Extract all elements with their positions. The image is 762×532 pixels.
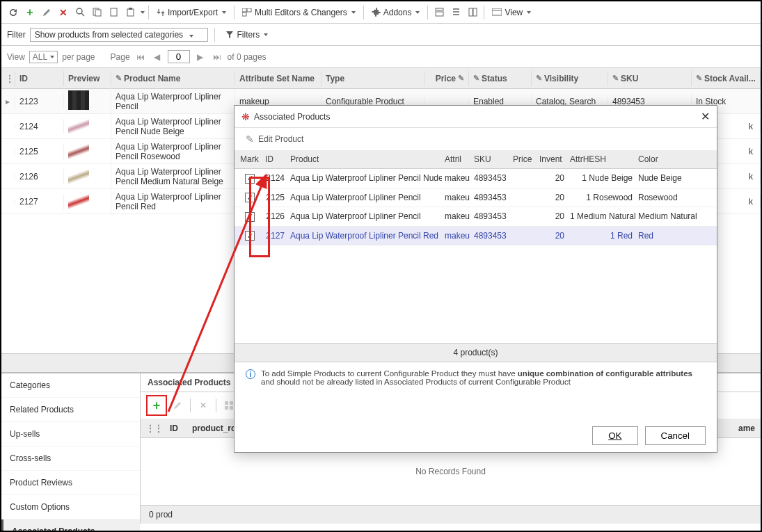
col-sku[interactable]: ✎SKU xyxy=(608,71,692,86)
delete-icon[interactable]: ✕ xyxy=(56,5,71,20)
tab-categories[interactable]: Categories xyxy=(1,373,140,398)
dialog-grid-header: Mark ID Product Attril SKU Price Invent … xyxy=(235,150,717,169)
multi-editors-dropdown[interactable]: Multi Editors & Changers xyxy=(238,6,360,19)
dialog-row[interactable]: ✓ 2124 Aqua Lip Waterproof Lipliner Penc… xyxy=(235,169,717,188)
filters-label: Filters xyxy=(237,30,260,40)
close-icon[interactable]: ✕ xyxy=(701,110,710,123)
svg-rect-15 xyxy=(230,401,233,405)
edit-icon[interactable] xyxy=(39,5,54,20)
tool-a-icon[interactable] xyxy=(431,5,447,20)
svg-rect-13 xyxy=(492,8,502,15)
svg-rect-8 xyxy=(242,13,246,16)
col-attr-set[interactable]: Attribute Set Name xyxy=(235,71,322,86)
col-id[interactable]: ID xyxy=(15,71,64,86)
dialog-info: i To add Simple Products to current Conf… xyxy=(235,362,717,393)
addons-dropdown[interactable]: Addons xyxy=(367,6,424,19)
col-product-name[interactable]: ✎Product Name xyxy=(111,71,235,86)
paste-icon[interactable] xyxy=(106,5,121,20)
mark-checkbox[interactable]: ✓ xyxy=(245,212,255,222)
svg-rect-12 xyxy=(473,8,477,16)
tab-upsells[interactable]: Up-sells xyxy=(1,422,140,446)
view-dropdown[interactable]: View xyxy=(488,6,535,19)
cancel-button[interactable]: Cancel xyxy=(645,426,706,445)
filter-category-select[interactable]: Show products from selected categories xyxy=(30,28,209,42)
col-preview[interactable]: Preview xyxy=(64,71,111,86)
multi-editors-label: Multi Editors & Changers xyxy=(255,8,347,17)
svg-rect-6 xyxy=(242,8,246,12)
chevron-down-icon[interactable] xyxy=(141,11,145,14)
page-input[interactable] xyxy=(168,50,190,63)
tab-related[interactable]: Related Products xyxy=(1,398,140,422)
view-label: View xyxy=(505,8,523,17)
filters-dropdown[interactable]: Filters xyxy=(221,28,272,42)
edit-assoc-icon[interactable] xyxy=(170,398,185,413)
svg-rect-11 xyxy=(469,8,473,16)
grid-header: ⋮⋮ ID Preview ✎Product Name Attribute Se… xyxy=(1,68,761,89)
import-export-dropdown[interactable]: Import/Export xyxy=(152,6,230,19)
app-logo-icon: ❋ xyxy=(241,111,250,122)
mark-checkbox[interactable]: ✓ xyxy=(245,193,255,202)
svg-point-0 xyxy=(77,8,82,14)
col-status[interactable]: ✎Status xyxy=(469,71,532,86)
filter-label: Filter xyxy=(7,30,26,40)
main-toolbar: + ✕ Import/Export Multi Editors & Change… xyxy=(1,1,761,24)
pagination-bar: View ALL per page Page ⏮ ◀ ▶ ⏭ of 0 page… xyxy=(1,46,761,68)
side-tabs: Categories Related Products Up-sells Cro… xyxy=(1,373,141,524)
svg-rect-4 xyxy=(127,9,134,16)
info-icon: i xyxy=(246,369,255,379)
of-pages-label: of 0 pages xyxy=(228,52,267,62)
svg-rect-3 xyxy=(111,8,117,16)
search-icon[interactable] xyxy=(72,5,88,20)
bcol-right[interactable]: ame xyxy=(738,424,755,433)
addons-label: Addons xyxy=(383,8,412,17)
grid-handle-icon[interactable]: ⋮⋮ xyxy=(6,74,15,83)
svg-rect-14 xyxy=(225,401,228,405)
svg-rect-2 xyxy=(95,10,101,16)
per-page-label: per page xyxy=(62,52,95,62)
svg-rect-17 xyxy=(230,406,233,410)
filter-bar: Filter Show products from selected categ… xyxy=(1,24,761,46)
dialog-row[interactable]: ✓ 2127 Aqua Lip Waterproof Lipliner Penc… xyxy=(235,227,717,246)
preview-thumb xyxy=(68,90,89,110)
preview-thumb xyxy=(68,166,89,185)
tool-b-icon[interactable] xyxy=(448,5,463,20)
col-stock[interactable]: ✎Stock Avail... xyxy=(692,71,761,86)
clipboard-icon[interactable] xyxy=(122,5,138,20)
prev-page-icon[interactable]: ◀ xyxy=(151,51,164,63)
copy-icon[interactable] xyxy=(89,5,104,20)
add-associated-button[interactable]: + xyxy=(149,398,164,413)
page-label: Page xyxy=(111,52,130,62)
annotation-highlight: + xyxy=(146,395,167,416)
mark-checkbox[interactable]: ✓ xyxy=(245,231,255,241)
col-type[interactable]: Type xyxy=(322,71,424,86)
tab-custom-options[interactable]: Custom Options xyxy=(1,495,140,519)
preview-thumb xyxy=(68,140,89,160)
next-page-icon[interactable]: ▶ xyxy=(194,51,207,63)
associated-products-dialog: ❋Associated Products ✕ ✎Edit Product Mar… xyxy=(234,105,717,453)
ok-button[interactable]: OK xyxy=(592,426,637,445)
tab-associated[interactable]: Associated Products xyxy=(1,519,140,532)
svg-rect-7 xyxy=(247,8,251,12)
col-visibility[interactable]: ✎Visibility xyxy=(532,71,608,86)
bcol-id[interactable]: ID xyxy=(170,424,178,433)
mark-checkbox[interactable]: ✓ xyxy=(245,174,255,184)
svg-rect-9 xyxy=(436,8,443,10)
add-icon[interactable]: + xyxy=(22,5,38,20)
preview-thumb xyxy=(68,115,89,135)
svg-rect-10 xyxy=(436,12,443,16)
tab-reviews[interactable]: Product Reviews xyxy=(1,471,140,495)
col-price[interactable]: Price ✎ xyxy=(424,71,469,86)
import-export-label: Import/Export xyxy=(168,8,218,17)
last-page-icon[interactable]: ⏭ xyxy=(211,51,223,63)
dialog-row[interactable]: ✓ 2125 Aqua Lip Waterproof Lipliner Penc… xyxy=(235,188,717,208)
delete-assoc-icon[interactable]: ✕ xyxy=(196,398,211,413)
per-page-select[interactable]: ALL xyxy=(29,51,58,63)
tool-c-icon[interactable] xyxy=(465,5,480,20)
svg-rect-16 xyxy=(225,406,228,410)
svg-rect-5 xyxy=(129,8,132,10)
tab-crosssells[interactable]: Cross-sells xyxy=(1,446,140,471)
dialog-row[interactable]: ✓ 2126 Aqua Lip Waterproof Lipliner Penc… xyxy=(235,207,717,227)
first-page-icon[interactable]: ⏮ xyxy=(134,51,147,63)
dialog-count: 4 product(s) xyxy=(235,343,717,362)
refresh-icon[interactable] xyxy=(6,5,21,20)
